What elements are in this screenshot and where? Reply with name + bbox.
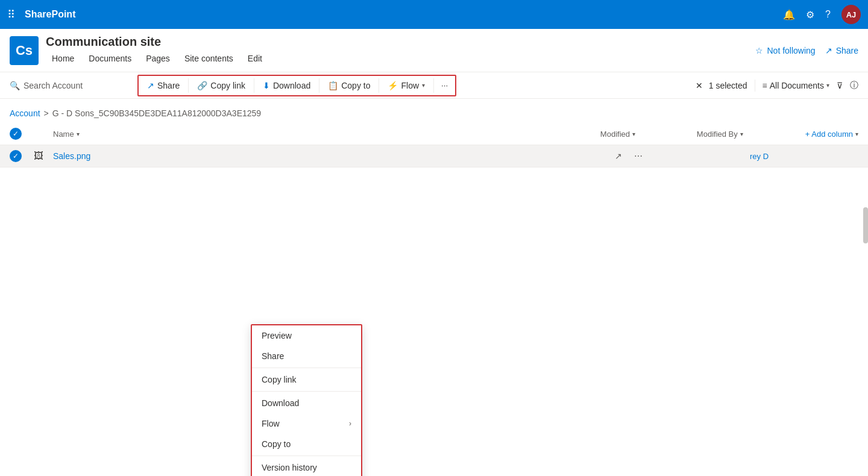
flow-button[interactable]: ⚡ Flow ▾ — [382, 77, 431, 94]
filter-icon[interactable]: ⊽ — [837, 81, 843, 90]
all-docs-label: All Documents — [770, 81, 824, 90]
command-bar: 🔍 Search Account ↗ Share 🔗 Copy link ⬇ D… — [0, 72, 868, 99]
copy-link-label: Copy link — [210, 81, 245, 90]
download-label: Download — [273, 81, 310, 90]
context-menu-copy-to[interactable]: Copy to — [252, 434, 361, 454]
share-toolbar-icon: ↗ — [147, 81, 154, 90]
site-header: Cs Communication site Home Documents Pag… — [0, 29, 868, 72]
nav-edit[interactable]: Edit — [242, 51, 268, 66]
settings-icon[interactable]: ⚙ — [806, 9, 814, 20]
name-sort-icon[interactable]: ▾ — [77, 131, 80, 137]
table-header: ✓ Name ▾ Modified ▾ Modified By ▾ + Add … — [0, 123, 868, 145]
select-all-checkbox[interactable]: ✓ — [10, 128, 22, 140]
selected-count-label: 1 selected — [709, 81, 747, 90]
deselect-icon[interactable]: ✕ — [696, 81, 703, 90]
copy-to-button[interactable]: 📋 Copy to — [322, 77, 376, 94]
toolbar-group: ↗ Share 🔗 Copy link ⬇ Download 📋 Copy to… — [137, 75, 456, 96]
table-row: ✓ 🖼 Sales.png ↗ ⋯ rey D — [0, 145, 868, 168]
context-separator-1 — [252, 368, 361, 368]
search-icon: 🔍 — [10, 81, 20, 90]
version-history-label: Version history — [262, 463, 317, 472]
breadcrumb: Account > G - D Sons_5C90B345DE3DEA11A81… — [0, 99, 868, 123]
nav-documents[interactable]: Documents — [83, 51, 137, 66]
download-label: Download — [262, 398, 299, 408]
modifiedby-col-label: Modified By — [697, 130, 738, 139]
help-icon[interactable]: ? — [825, 9, 831, 20]
site-header-right: ☆ Not following ↗ Share — [755, 46, 858, 55]
file-checkbox[interactable]: ✓ — [10, 150, 34, 162]
nav-pages[interactable]: Pages — [140, 51, 176, 66]
avatar[interactable]: AJ — [841, 5, 861, 24]
star-icon: ☆ — [755, 46, 763, 55]
more-button[interactable]: ··· — [436, 77, 453, 93]
selected-info: ✕ 1 selected — [696, 81, 747, 90]
modifiedby-sort-icon[interactable]: ▾ — [740, 131, 743, 137]
add-col-chevron[interactable]: ▾ — [855, 131, 858, 137]
separator-2 — [254, 78, 254, 93]
context-menu-download[interactable]: Download — [252, 393, 361, 413]
share-button[interactable]: ↗ Share — [141, 77, 186, 94]
flow-icon: ⚡ — [388, 81, 398, 90]
separator-1 — [188, 78, 189, 93]
all-docs-chevron: ▾ — [826, 82, 829, 89]
context-menu-share[interactable]: Share — [252, 346, 361, 366]
col-check-header: ✓ — [10, 128, 34, 140]
context-menu-preview[interactable]: Preview — [252, 325, 361, 346]
grid-icon[interactable]: ⠿ — [7, 8, 15, 21]
nav-site-contents[interactable]: Site contents — [178, 51, 239, 66]
info-icon[interactable]: ⓘ — [850, 80, 858, 91]
copy-link-button[interactable]: 🔗 Copy link — [191, 77, 251, 94]
flow-label: Flow — [401, 81, 419, 90]
file-type-icon: 🖼 — [34, 151, 53, 161]
site-share-label: Share — [836, 46, 858, 55]
copy-link-label: Copy link — [262, 375, 297, 384]
breadcrumb-root[interactable]: Account — [10, 108, 40, 118]
copy-to-icon: 📋 — [328, 81, 338, 90]
document-list: ✓ Name ▾ Modified ▾ Modified By ▾ + Add … — [0, 123, 868, 168]
view-divider — [755, 80, 755, 92]
context-menu-copy-link[interactable]: Copy link — [252, 369, 361, 390]
file-share-icon[interactable]: ↗ — [615, 151, 634, 161]
context-menu: Preview Share Copy link Download Flow › … — [251, 324, 362, 476]
breadcrumb-separator: > — [44, 108, 49, 118]
link-icon: 🔗 — [197, 81, 207, 90]
file-checked-icon[interactable]: ✓ — [10, 150, 22, 162]
site-nav: Home Documents Pages Site contents Edit — [46, 51, 755, 66]
not-following-button[interactable]: ☆ Not following — [755, 46, 815, 55]
copy-to-label: Copy to — [341, 81, 370, 90]
separator-4 — [379, 78, 379, 93]
share-label: Share — [157, 81, 180, 90]
col-modifiedby-header[interactable]: Modified By ▾ — [697, 130, 805, 139]
topbar-right: 🔔 ⚙ ? AJ — [783, 5, 861, 24]
context-menu-flow[interactable]: Flow › — [252, 413, 361, 434]
more-icon: ··· — [441, 81, 448, 90]
preview-label: Preview — [262, 331, 292, 340]
context-separator-2 — [252, 391, 361, 392]
notification-icon[interactable]: 🔔 — [783, 9, 795, 20]
scrollbar-thumb[interactable] — [863, 207, 868, 243]
flow-arrow-icon: › — [349, 419, 351, 428]
search-label[interactable]: Search Account — [24, 81, 83, 90]
context-separator-3 — [252, 456, 361, 456]
nav-home[interactable]: Home — [46, 51, 80, 66]
site-title: Communication site — [46, 35, 755, 49]
search-area: 🔍 Search Account — [10, 81, 130, 90]
all-docs-button[interactable]: ≡ All Documents ▾ — [763, 81, 829, 90]
modified-sort-icon[interactable]: ▾ — [632, 131, 635, 137]
col-name-header[interactable]: Name ▾ — [53, 130, 552, 139]
share-label: Share — [262, 351, 284, 361]
download-button[interactable]: ⬇ Download — [257, 77, 316, 94]
modified-col-label: Modified — [600, 130, 630, 139]
file-context-menu-icon[interactable]: ⋯ — [634, 151, 653, 161]
app-logo: SharePoint — [25, 9, 776, 20]
context-menu-version-history[interactable]: Version history — [252, 457, 361, 476]
flow-label: Flow — [262, 419, 280, 428]
download-icon: ⬇ — [263, 81, 270, 90]
site-share-button[interactable]: ↗ Share — [825, 46, 858, 55]
site-logo: Cs — [10, 36, 39, 65]
col-modified-header[interactable]: Modified ▾ — [600, 130, 697, 139]
col-addcol-header[interactable]: + Add column ▾ — [805, 130, 858, 139]
separator-3 — [319, 78, 319, 93]
name-col-label: Name — [53, 130, 74, 139]
file-name-link[interactable]: Sales.png — [53, 151, 615, 161]
